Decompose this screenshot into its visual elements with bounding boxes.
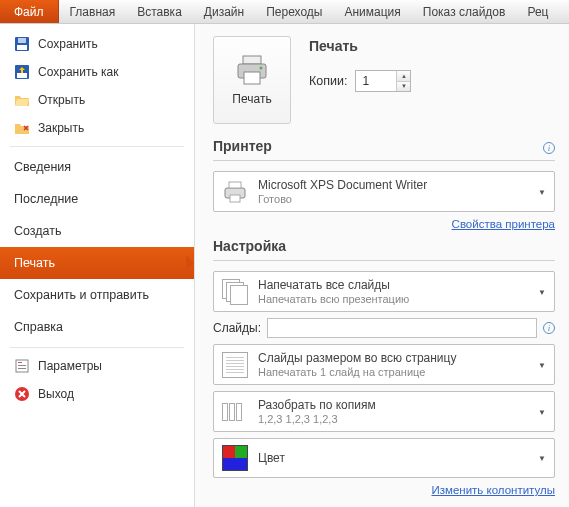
print-title: Печать <box>309 38 411 54</box>
tab-file[interactable]: Файл <box>0 0 59 23</box>
svg-rect-12 <box>244 72 260 84</box>
chevron-down-icon: ▼ <box>538 407 546 416</box>
sidebar-new[interactable]: Создать <box>0 215 194 247</box>
save-as-icon <box>14 64 30 80</box>
sidebar-save-label: Сохранить <box>38 37 98 51</box>
svg-rect-6 <box>18 362 22 363</box>
layout-title: Слайды размером во всю страницу <box>258 351 456 365</box>
chevron-down-icon: ▼ <box>538 287 546 296</box>
svg-rect-7 <box>18 365 26 366</box>
copies-label: Копии: <box>309 74 347 88</box>
collate-sub: 1,2,3 1,2,3 1,2,3 <box>258 413 376 425</box>
sidebar-share[interactable]: Сохранить и отправить <box>0 279 194 311</box>
ribbon-tabs: Файл Главная Вставка Дизайн Переходы Ани… <box>0 0 569 24</box>
svg-rect-10 <box>243 56 261 64</box>
svg-rect-1 <box>17 45 27 50</box>
layout-sub: Напечатать 1 слайд на странице <box>258 366 456 378</box>
save-icon <box>14 36 30 52</box>
sidebar-options[interactable]: Параметры <box>0 352 194 380</box>
tab-home[interactable]: Главная <box>59 0 127 23</box>
collate-dropdown[interactable]: Разобрать по копиям 1,2,3 1,2,3 1,2,3 ▼ <box>213 391 555 432</box>
sidebar-close[interactable]: Закрыть <box>0 114 194 142</box>
folder-close-icon <box>14 120 30 136</box>
printer-dropdown[interactable]: Microsoft XPS Document Writer Готово ▼ <box>213 171 555 212</box>
printer-name: Microsoft XPS Document Writer <box>258 178 427 192</box>
layout-dropdown[interactable]: Слайды размером во всю страницу Напечата… <box>213 344 555 385</box>
svg-rect-8 <box>18 368 26 369</box>
color-dropdown[interactable]: Цвет ▼ <box>213 438 555 478</box>
printer-icon <box>234 54 270 86</box>
copies-spinner[interactable]: 1 ▲ ▼ <box>355 70 411 92</box>
sidebar-recent[interactable]: Последние <box>0 183 194 215</box>
svg-rect-2 <box>18 38 26 43</box>
collate-title: Разобрать по копиям <box>258 398 376 412</box>
print-panel: Печать Печать Копии: 1 ▲ ▼ Пр <box>195 24 569 507</box>
printer-section-title: Принтер <box>213 138 272 154</box>
tab-insert[interactable]: Вставка <box>126 0 193 23</box>
collate-icon <box>222 403 248 421</box>
spinner-up[interactable]: ▲ <box>396 71 410 82</box>
sidebar-close-label: Закрыть <box>38 121 84 135</box>
full-page-icon <box>222 352 248 378</box>
print-range-title: Напечатать все слайды <box>258 278 409 292</box>
printer-device-icon <box>222 181 248 203</box>
sidebar-exit-label: Выход <box>38 387 74 401</box>
svg-rect-16 <box>230 195 240 202</box>
print-button-label: Печать <box>232 92 271 106</box>
sidebar-open-label: Открыть <box>38 93 85 107</box>
slides-label: Слайды: <box>213 321 261 335</box>
color-icon <box>222 445 248 471</box>
printer-properties-link[interactable]: Свойства принтера <box>213 218 555 230</box>
sidebar-save[interactable]: Сохранить <box>0 30 194 58</box>
print-range-dropdown[interactable]: Напечатать все слайды Напечатать всю пре… <box>213 271 555 312</box>
folder-open-icon <box>14 92 30 108</box>
sidebar-info[interactable]: Сведения <box>0 151 194 183</box>
tab-slideshow[interactable]: Показ слайдов <box>412 0 517 23</box>
options-icon <box>14 358 30 374</box>
chevron-down-icon: ▼ <box>538 454 546 463</box>
copies-value: 1 <box>362 74 369 88</box>
info-icon[interactable]: i <box>543 322 555 334</box>
spinner-down[interactable]: ▼ <box>396 82 410 92</box>
sidebar-save-as[interactable]: Сохранить как <box>0 58 194 86</box>
all-slides-icon <box>222 279 248 305</box>
sidebar-options-label: Параметры <box>38 359 102 373</box>
info-icon[interactable]: i <box>543 142 555 154</box>
printer-status: Готово <box>258 193 427 205</box>
print-range-sub: Напечатать всю презентацию <box>258 293 409 305</box>
edit-header-footer-link[interactable]: Изменить колонтитулы <box>213 484 555 496</box>
print-button[interactable]: Печать <box>213 36 291 124</box>
sidebar-save-as-label: Сохранить как <box>38 65 118 79</box>
color-title: Цвет <box>258 451 285 465</box>
sidebar-help[interactable]: Справка <box>0 311 194 343</box>
slides-input[interactable] <box>267 318 537 338</box>
sidebar-exit[interactable]: Выход <box>0 380 194 408</box>
exit-icon <box>14 386 30 402</box>
tab-review[interactable]: Рец <box>516 0 559 23</box>
svg-point-13 <box>260 67 263 70</box>
chevron-down-icon: ▼ <box>538 360 546 369</box>
svg-rect-15 <box>229 182 241 188</box>
svg-rect-4 <box>17 73 27 78</box>
chevron-down-icon: ▼ <box>538 187 546 196</box>
settings-section-title: Настройка <box>213 238 555 254</box>
sidebar-open[interactable]: Открыть <box>0 86 194 114</box>
tab-transitions[interactable]: Переходы <box>255 0 333 23</box>
tab-animation[interactable]: Анимация <box>333 0 411 23</box>
sidebar-print[interactable]: Печать <box>0 247 194 279</box>
tab-design[interactable]: Дизайн <box>193 0 255 23</box>
backstage-sidebar: Сохранить Сохранить как Открыть Закрыть … <box>0 24 195 507</box>
